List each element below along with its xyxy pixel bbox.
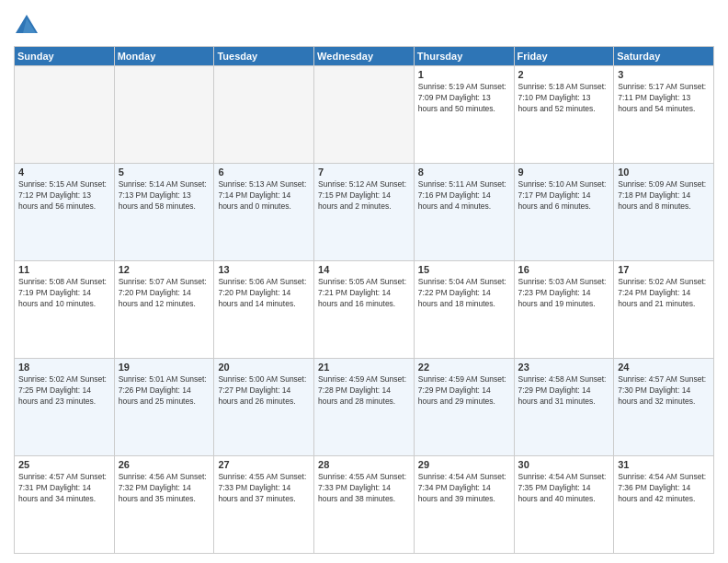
calendar-day-cell: 27Sunrise: 4:55 AM Sunset: 7:33 PM Dayli… [214,456,314,554]
calendar-day-cell: 30Sunrise: 4:54 AM Sunset: 7:35 PM Dayli… [514,456,614,554]
calendar-day-cell [15,66,115,164]
calendar-day-cell: 20Sunrise: 5:00 AM Sunset: 7:27 PM Dayli… [214,359,314,456]
day-info: Sunrise: 5:04 AM Sunset: 7:22 PM Dayligh… [418,277,510,310]
calendar-day-cell: 21Sunrise: 4:59 AM Sunset: 7:28 PM Dayli… [314,359,415,456]
day-number: 1 [418,69,510,80]
day-info: Sunrise: 5:13 AM Sunset: 7:14 PM Dayligh… [218,179,310,213]
day-info: Sunrise: 5:02 AM Sunset: 7:24 PM Dayligh… [618,277,710,310]
day-number: 26 [119,459,210,470]
day-number: 7 [318,167,410,178]
day-info: Sunrise: 5:05 AM Sunset: 7:21 PM Dayligh… [318,277,410,310]
day-number: 2 [518,69,610,80]
weekday-header: Saturday [614,47,714,66]
day-info: Sunrise: 5:08 AM Sunset: 7:19 PM Dayligh… [18,277,110,310]
day-number: 12 [119,264,210,275]
day-number: 30 [518,459,610,470]
calendar-day-cell: 17Sunrise: 5:02 AM Sunset: 7:24 PM Dayli… [614,261,714,359]
calendar-table: SundayMondayTuesdayWednesdayThursdayFrid… [14,46,714,554]
weekday-header: Monday [114,47,214,66]
day-number: 20 [218,362,310,373]
page: SundayMondayTuesdayWednesdayThursdayFrid… [0,0,728,563]
calendar-day-cell: 26Sunrise: 4:56 AM Sunset: 7:32 PM Dayli… [114,456,214,554]
calendar-day-cell: 16Sunrise: 5:03 AM Sunset: 7:23 PM Dayli… [514,261,614,359]
calendar-week-row: 25Sunrise: 4:57 AM Sunset: 7:31 PM Dayli… [15,456,714,554]
calendar-day-cell: 7Sunrise: 5:12 AM Sunset: 7:15 PM Daylig… [314,164,415,261]
logo [14,13,43,39]
day-info: Sunrise: 4:54 AM Sunset: 7:34 PM Dayligh… [418,472,510,505]
day-info: Sunrise: 5:02 AM Sunset: 7:25 PM Dayligh… [18,374,110,408]
day-number: 22 [418,362,510,373]
day-number: 3 [618,69,710,80]
calendar-day-cell: 8Sunrise: 5:11 AM Sunset: 7:16 PM Daylig… [414,164,514,261]
day-number: 9 [518,167,610,178]
weekday-header: Tuesday [214,47,314,66]
day-number: 25 [18,459,110,470]
calendar-day-cell: 11Sunrise: 5:08 AM Sunset: 7:19 PM Dayli… [15,261,115,359]
calendar-day-cell [314,66,415,164]
calendar-day-cell: 5Sunrise: 5:14 AM Sunset: 7:13 PM Daylig… [114,164,214,261]
calendar-week-row: 1Sunrise: 5:19 AM Sunset: 7:09 PM Daylig… [15,66,714,164]
day-number: 15 [418,264,510,275]
day-info: Sunrise: 4:57 AM Sunset: 7:30 PM Dayligh… [618,374,710,408]
calendar-header-row: SundayMondayTuesdayWednesdayThursdayFrid… [15,47,714,66]
calendar-day-cell: 25Sunrise: 4:57 AM Sunset: 7:31 PM Dayli… [15,456,115,554]
day-info: Sunrise: 5:01 AM Sunset: 7:26 PM Dayligh… [119,374,210,408]
header [14,9,714,39]
calendar-day-cell: 14Sunrise: 5:05 AM Sunset: 7:21 PM Dayli… [314,261,415,359]
day-number: 10 [618,167,710,178]
day-number: 31 [618,459,710,470]
day-info: Sunrise: 4:54 AM Sunset: 7:35 PM Dayligh… [518,472,610,505]
calendar-week-row: 18Sunrise: 5:02 AM Sunset: 7:25 PM Dayli… [15,359,714,456]
day-number: 14 [318,264,410,275]
calendar-day-cell: 10Sunrise: 5:09 AM Sunset: 7:18 PM Dayli… [614,164,714,261]
calendar-day-cell [214,66,314,164]
day-number: 8 [418,167,510,178]
day-number: 13 [218,264,310,275]
weekday-header: Thursday [414,47,514,66]
day-number: 18 [18,362,110,373]
day-number: 23 [518,362,610,373]
day-info: Sunrise: 5:10 AM Sunset: 7:17 PM Dayligh… [518,179,610,213]
day-info: Sunrise: 5:11 AM Sunset: 7:16 PM Dayligh… [418,179,510,213]
day-number: 5 [119,167,210,178]
logo-icon [14,13,40,39]
day-number: 17 [618,264,710,275]
calendar-day-cell: 12Sunrise: 5:07 AM Sunset: 7:20 PM Dayli… [114,261,214,359]
weekday-header: Sunday [15,47,115,66]
calendar-day-cell: 31Sunrise: 4:54 AM Sunset: 7:36 PM Dayli… [614,456,714,554]
weekday-header: Friday [514,47,614,66]
calendar-week-row: 4Sunrise: 5:15 AM Sunset: 7:12 PM Daylig… [15,164,714,261]
day-number: 29 [418,459,510,470]
calendar-day-cell: 29Sunrise: 4:54 AM Sunset: 7:34 PM Dayli… [414,456,514,554]
day-info: Sunrise: 5:18 AM Sunset: 7:10 PM Dayligh… [518,82,610,115]
day-info: Sunrise: 4:59 AM Sunset: 7:29 PM Dayligh… [418,374,510,408]
day-number: 24 [618,362,710,373]
day-number: 11 [18,264,110,275]
day-number: 27 [218,459,310,470]
calendar-day-cell [114,66,214,164]
day-info: Sunrise: 5:12 AM Sunset: 7:15 PM Dayligh… [318,179,410,213]
calendar-day-cell: 6Sunrise: 5:13 AM Sunset: 7:14 PM Daylig… [214,164,314,261]
day-info: Sunrise: 4:55 AM Sunset: 7:33 PM Dayligh… [318,472,410,505]
day-info: Sunrise: 5:15 AM Sunset: 7:12 PM Dayligh… [18,179,110,213]
calendar-day-cell: 23Sunrise: 4:58 AM Sunset: 7:29 PM Dayli… [514,359,614,456]
calendar-day-cell: 9Sunrise: 5:10 AM Sunset: 7:17 PM Daylig… [514,164,614,261]
day-info: Sunrise: 5:14 AM Sunset: 7:13 PM Dayligh… [119,179,210,213]
calendar-day-cell: 15Sunrise: 5:04 AM Sunset: 7:22 PM Dayli… [414,261,514,359]
calendar-day-cell: 4Sunrise: 5:15 AM Sunset: 7:12 PM Daylig… [15,164,115,261]
calendar-day-cell: 1Sunrise: 5:19 AM Sunset: 7:09 PM Daylig… [414,66,514,164]
day-number: 28 [318,459,410,470]
weekday-header: Wednesday [314,47,415,66]
day-info: Sunrise: 4:58 AM Sunset: 7:29 PM Dayligh… [518,374,610,408]
calendar-day-cell: 13Sunrise: 5:06 AM Sunset: 7:20 PM Dayli… [214,261,314,359]
day-number: 4 [18,167,110,178]
day-info: Sunrise: 4:56 AM Sunset: 7:32 PM Dayligh… [119,472,210,505]
day-number: 6 [218,167,310,178]
day-info: Sunrise: 4:57 AM Sunset: 7:31 PM Dayligh… [18,472,110,505]
calendar-day-cell: 3Sunrise: 5:17 AM Sunset: 7:11 PM Daylig… [614,66,714,164]
day-info: Sunrise: 5:03 AM Sunset: 7:23 PM Dayligh… [518,277,610,310]
calendar-day-cell: 18Sunrise: 5:02 AM Sunset: 7:25 PM Dayli… [15,359,115,456]
day-info: Sunrise: 5:07 AM Sunset: 7:20 PM Dayligh… [119,277,210,310]
day-info: Sunrise: 5:00 AM Sunset: 7:27 PM Dayligh… [218,374,310,408]
day-number: 16 [518,264,610,275]
